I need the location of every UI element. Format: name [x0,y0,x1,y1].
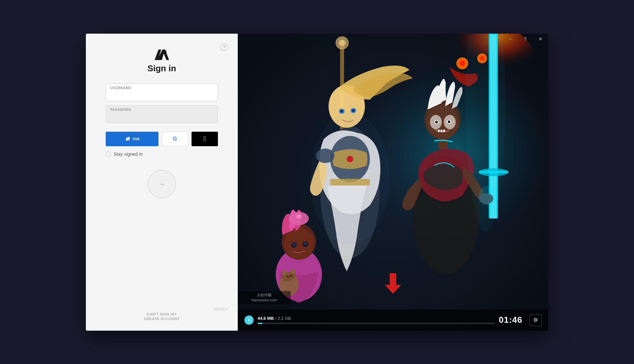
red-arrow-indicator [380,270,406,298]
svg-point-51 [292,243,296,246]
watermark: 火软件圈 macorsoon.com [238,291,291,304]
minimize-button[interactable]: − [503,34,518,44]
app-window: ? Sign in USERNAME PASSWORD [86,34,548,331]
svg-point-25 [352,109,355,112]
stay-signed-in-checkbox[interactable] [106,151,111,157]
svg-point-35 [435,121,438,123]
create-account-link[interactable]: CREATE ACCOUNT [144,317,180,321]
password-input[interactable] [106,105,218,123]
download-text: 44.6 MB / 2.1 GB [258,316,495,321]
svg-rect-48 [297,215,301,218]
svg-point-17 [339,40,345,46]
stay-signed-in-label: Stay signed in [114,151,143,157]
svg-point-58 [287,276,289,278]
progress-fill [258,323,263,324]
password-wrapper: PASSWORD [106,105,218,123]
pause-button[interactable]: ⏸ [244,315,254,325]
password-group: PASSWORD [106,105,218,123]
pause-icon: ⏸ [247,318,251,322]
window-controls: − ? ✕ [503,34,548,44]
social-buttons: riot G  [106,132,218,146]
left-panel: ? Sign in USERNAME PASSWORD [86,34,238,331]
google-icon: G [173,136,177,142]
svg-rect-40 [439,136,448,149]
stay-signed-in-row: Stay signed in [106,151,218,157]
arrow-icon: → [158,180,165,188]
sign-in-title: Sign in [148,63,176,74]
watermark-text: 火软件圈 macorsoon.com [251,293,277,302]
svg-rect-39 [443,130,445,132]
progress-track [258,323,495,324]
download-size: 44.6 MB [258,316,274,321]
version-label: V20.25.4 [213,307,228,311]
cant-sign-in-link[interactable]: CAN'T SIGN IN? [147,312,177,316]
logo [152,47,172,63]
username-group: USERNAME [106,83,218,101]
download-total: 2.1 GB [278,316,291,321]
watermark-line2: macorsoon.com [251,298,277,302]
watermark-line1: 火软件圈 [251,293,277,297]
bottom-links: CAN'T SIGN IN? CREATE ACCOUNT V20.25.4 [86,312,238,321]
help-button[interactable]: ? [518,34,533,44]
close-button[interactable]: ✕ [533,34,548,44]
svg-rect-38 [440,130,442,132]
right-panel: − ? ✕ ⏸ 44.6 MB / 2.1 GB 01:46 ⚙ [238,34,548,331]
svg-point-57 [291,269,296,274]
username-wrapper: USERNAME [106,83,218,101]
svg-point-46 [284,228,314,259]
gear-icon: ⚙ [533,317,538,323]
svg-point-24 [340,110,343,113]
riot-signin-button[interactable]: riot [106,132,158,146]
apple-signin-button[interactable]:  [192,132,218,146]
help-icon[interactable]: ? [221,44,228,51]
svg-point-56 [282,270,286,275]
svg-point-61 [310,113,390,245]
svg-point-59 [290,275,292,277]
riot-button-label: riot [133,136,140,141]
settings-button[interactable]: ⚙ [530,314,542,326]
download-bar: ⏸ 44.6 MB / 2.1 GB 01:46 ⚙ [238,310,548,331]
submit-button[interactable]: → [148,170,176,198]
time-remaining: 01:46 [499,315,523,325]
svg-rect-37 [438,130,440,132]
download-separator: / [275,316,276,321]
google-signin-button[interactable]: G [162,132,188,146]
download-info: 44.6 MB / 2.1 GB [258,316,495,324]
apple-icon:  [203,135,206,143]
username-input[interactable] [106,83,218,101]
svg-point-52 [304,242,307,245]
svg-point-36 [448,120,450,123]
bottom-row: CAN'T SIGN IN? CREATE ACCOUNT [144,312,180,321]
